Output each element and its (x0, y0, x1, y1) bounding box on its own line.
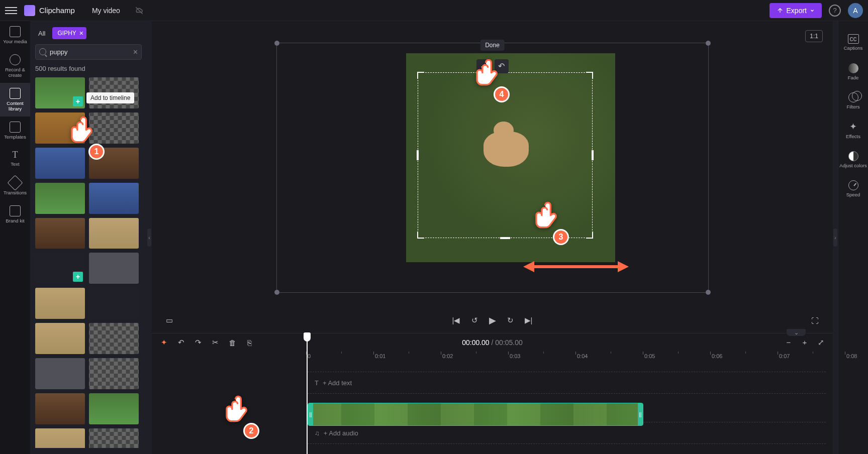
crop-handle[interactable] (592, 150, 594, 160)
resize-arrow-annotation (523, 254, 629, 281)
resize-handle[interactable] (706, 290, 711, 295)
resize-handle[interactable] (706, 41, 711, 46)
remove-chip-icon[interactable]: × (79, 29, 83, 37)
filter-chip-giphy[interactable]: GIPHY × (52, 27, 86, 39)
crop-handle[interactable] (417, 150, 419, 160)
media-thumb[interactable] (89, 253, 139, 284)
add-to-timeline-button[interactable]: + (73, 272, 83, 282)
rail-speed[interactable]: Speed (838, 174, 868, 203)
add-to-timeline-button[interactable]: + (73, 96, 83, 106)
zoom-out-button[interactable]: − (784, 338, 794, 347)
fit-timeline-button[interactable]: ⤢ (816, 338, 826, 347)
ruler-tick: 0:02 (442, 353, 453, 359)
redo-button[interactable]: ↷ (193, 338, 203, 347)
export-button[interactable]: Export (769, 3, 822, 18)
crop-handle[interactable] (500, 237, 510, 239)
media-thumb[interactable] (89, 428, 139, 448)
palette-icon (10, 205, 21, 216)
undo-button[interactable]: ↶ (176, 338, 186, 347)
rail-effects[interactable]: ✦Effects (838, 116, 868, 145)
ruler-tick: 0:03 (510, 353, 520, 359)
media-thumb[interactable] (89, 218, 139, 249)
text-icon: T (13, 150, 18, 160)
play-button[interactable]: ▶ (489, 315, 496, 326)
media-thumb[interactable] (35, 358, 85, 389)
help-button[interactable]: ? (829, 5, 841, 17)
ruler-tick: 0:07 (779, 353, 790, 359)
fullscreen-button[interactable]: ⛶ (811, 316, 819, 325)
rail-brand-kit[interactable]: Brand kit (0, 200, 30, 229)
app-logo[interactable]: Clipchamp (24, 5, 75, 16)
annotation-pointer-4: 4 (471, 57, 507, 102)
rail-fade[interactable]: Fade (838, 57, 868, 86)
media-thumb[interactable] (35, 288, 85, 319)
media-thumb[interactable] (89, 323, 139, 354)
split-button[interactable]: ✂ (210, 338, 220, 347)
skip-forward-button[interactable]: ▶| (525, 316, 533, 325)
rail-templates[interactable]: Templates (0, 117, 30, 145)
skip-back-button[interactable]: |◀ (452, 316, 460, 325)
resize-handle[interactable] (274, 41, 279, 46)
collapse-panel-button[interactable]: ‹ (147, 229, 151, 247)
clear-search-button[interactable]: × (133, 48, 138, 57)
media-panel: All GIPHY × × 500 results found Add to t… (30, 21, 147, 454)
search-input[interactable] (35, 44, 142, 60)
rail-filters[interactable]: Filters (838, 86, 868, 116)
text-track[interactable]: T+ Add text (308, 372, 826, 394)
crop-handle[interactable] (586, 232, 593, 239)
music-icon: ♫ (315, 429, 320, 437)
rewind-5s-button[interactable]: ↺ (471, 316, 478, 325)
annotation-pointer-2: 2 (221, 394, 256, 439)
tab-all[interactable]: All (35, 28, 48, 39)
search-icon (39, 48, 46, 55)
text-icon: T (315, 379, 319, 387)
media-thumb[interactable] (35, 218, 85, 249)
app-name: Clipchamp (39, 6, 75, 15)
crop-handle[interactable] (586, 72, 593, 79)
ruler-tick: 0:06 (712, 353, 722, 359)
safe-zone-button[interactable]: ▭ (166, 316, 173, 325)
media-thumb[interactable] (89, 393, 139, 424)
rail-your-media[interactable]: Your media (0, 21, 30, 49)
annotation-pointer-3: 3 (531, 200, 566, 245)
user-avatar[interactable]: A (848, 3, 863, 18)
adjust-colors-icon (848, 151, 858, 161)
cloud-sync-icon (134, 6, 144, 16)
timeline-ruler[interactable]: 00:010:020:030:040:050:060:070:080:09 (308, 352, 833, 365)
media-thumb[interactable] (35, 183, 85, 214)
rail-record-create[interactable]: Record & create (0, 49, 30, 83)
crop-handle[interactable] (417, 72, 424, 79)
media-thumb[interactable] (35, 428, 85, 448)
ai-tools-button[interactable]: ✦ (159, 338, 169, 347)
filters-icon (848, 92, 858, 102)
media-thumb[interactable] (89, 183, 139, 214)
fade-icon (848, 63, 858, 73)
clip-trim-left[interactable]: || (308, 403, 313, 425)
clip-trim-right[interactable]: || (638, 403, 643, 425)
rail-adjust-colors[interactable]: Adjust colors (838, 145, 868, 174)
rail-text[interactable]: TText (0, 145, 30, 172)
media-thumb[interactable] (35, 323, 85, 354)
zoom-in-button[interactable]: + (800, 338, 810, 347)
expand-right-panel-button[interactable]: › (833, 229, 837, 247)
effects-icon: ✦ (849, 122, 857, 132)
delete-button[interactable]: 🗑 (227, 338, 237, 347)
menu-button[interactable] (5, 5, 17, 17)
media-thumb[interactable] (35, 393, 85, 424)
media-thumb[interactable]: + (35, 77, 85, 108)
rail-transitions[interactable]: Transitions (0, 172, 30, 200)
resize-handle[interactable] (274, 290, 279, 295)
crop-handle[interactable] (417, 232, 424, 239)
media-thumb[interactable]: + (35, 253, 85, 284)
svg-marker-2 (523, 261, 534, 272)
rail-content-library[interactable]: Content library (0, 83, 30, 117)
duplicate-button[interactable]: ⎘ (244, 338, 254, 347)
forward-5s-button[interactable]: ↻ (507, 316, 514, 325)
rail-captions[interactable]: ccCaptions (838, 28, 868, 57)
media-thumb[interactable] (89, 288, 139, 319)
svg-marker-3 (618, 261, 629, 272)
video-clip[interactable]: || || (308, 403, 643, 426)
project-title[interactable]: My video (92, 7, 120, 15)
ruler-tick: 0:01 (375, 353, 385, 359)
media-thumb[interactable] (89, 358, 139, 389)
